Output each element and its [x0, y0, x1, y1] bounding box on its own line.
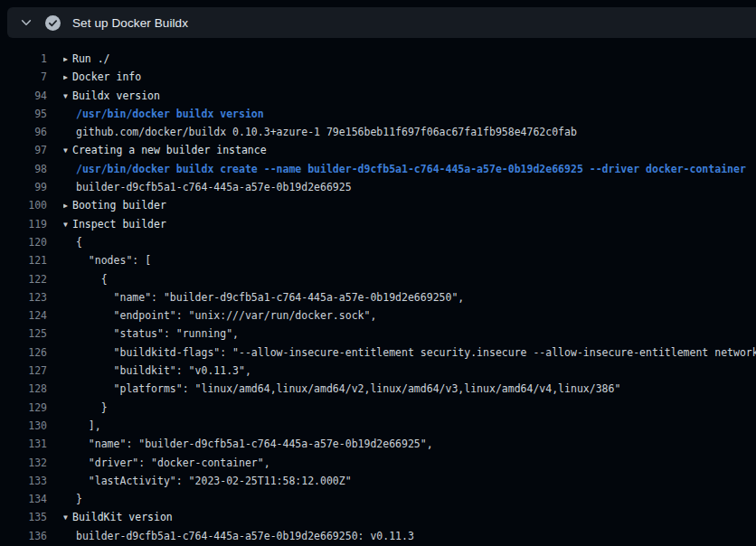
log-row: 96github.com/docker/buildx 0.10.3+azure-… — [0, 123, 756, 141]
line-number[interactable]: 128 — [7, 380, 47, 398]
line-content: { — [63, 233, 82, 251]
log-group-row[interactable]: 94▼Buildx version — [0, 87, 756, 105]
log-row: 124 "endpoint": "unix:///var/run/docker.… — [0, 306, 756, 325]
output-text: "name": "builder-d9cfb5a1-c764-445a-a57e… — [76, 291, 464, 304]
group-title: Buildx version — [72, 89, 160, 102]
line-number[interactable]: 130 — [7, 417, 47, 435]
line-content: ▼BuildKit version — [63, 508, 173, 526]
log-row: 128 "platforms": "linux/amd64,linux/amd6… — [0, 380, 756, 398]
line-number[interactable]: 121 — [7, 251, 47, 269]
output-text: "status": "running", — [76, 327, 239, 340]
line-content: "driver": "docker-container", — [63, 454, 270, 472]
line-content: } — [63, 399, 108, 417]
log-row: 122 { — [0, 270, 756, 288]
log-row: 132 "driver": "docker-container", — [0, 454, 756, 472]
output-text: } — [76, 493, 82, 505]
group-title: Creating a new builder instance — [72, 144, 267, 156]
line-number[interactable]: 135 — [7, 508, 47, 526]
line-number[interactable]: 129 — [7, 399, 47, 417]
line-content: "buildkitd-flags": "--allow-insecure-ent… — [63, 344, 756, 362]
line-content: "lastActivity": "2023-02-25T11:58:12.000… — [63, 472, 352, 490]
line-content: } — [63, 490, 82, 508]
line-content: ▶Run ./ — [63, 50, 110, 68]
line-number[interactable]: 126 — [7, 344, 47, 362]
output-text: "driver": "docker-container", — [76, 457, 270, 469]
step-header[interactable]: Set up Docker Buildx — [7, 7, 756, 38]
log-row: 126 "buildkitd-flags": "--allow-insecure… — [0, 344, 756, 362]
log-row: 130 ], — [0, 417, 756, 435]
output-text: } — [76, 401, 108, 414]
group-title: Booting builder — [72, 199, 166, 212]
line-number[interactable]: 99 — [7, 178, 47, 196]
line-number[interactable]: 1 — [7, 50, 47, 68]
group-title: Run ./ — [72, 52, 110, 65]
line-number[interactable]: 94 — [7, 87, 47, 105]
triangle-down-icon[interactable]: ▼ — [63, 509, 72, 526]
output-text: "name": "builder-d9cfb5a1-c764-445a-a57e… — [76, 438, 433, 450]
log-row: 129 } — [0, 399, 756, 417]
line-number[interactable]: 119 — [7, 215, 47, 233]
line-number[interactable]: 123 — [7, 288, 47, 306]
line-number[interactable]: 134 — [7, 490, 47, 508]
line-number[interactable]: 120 — [7, 233, 47, 251]
line-content: builder-d9cfb5a1-c764-445a-a57e-0b19d2e6… — [63, 527, 414, 545]
log-group-row[interactable]: 97▼Creating a new builder instance — [0, 141, 756, 159]
line-content: builder-d9cfb5a1-c764-445a-a57e-0b19d2e6… — [63, 178, 352, 196]
log-group-row[interactable]: 119▼Inspect builder — [0, 215, 756, 233]
line-number[interactable]: 136 — [7, 527, 47, 545]
line-content: github.com/docker/buildx 0.10.3+azure-1 … — [63, 123, 577, 141]
line-content: "platforms": "linux/amd64,linux/amd64/v2… — [63, 380, 620, 398]
log-row: 125 "status": "running", — [0, 325, 756, 343]
line-number[interactable]: 100 — [7, 196, 47, 214]
output-text: github.com/docker/buildx 0.10.3+azure-1 … — [76, 126, 577, 138]
triangle-down-icon[interactable]: ▼ — [63, 216, 72, 233]
group-title: BuildKit version — [72, 511, 173, 523]
line-number[interactable]: 96 — [7, 123, 47, 141]
triangle-down-icon[interactable]: ▼ — [63, 88, 72, 105]
line-number[interactable]: 7 — [7, 68, 47, 86]
log-row: 131 "name": "builder-d9cfb5a1-c764-445a-… — [0, 435, 756, 453]
log-lines: 1▶Run ./7▶Docker info94▼Buildx version95… — [0, 38, 756, 546]
step-title: Set up Docker Buildx — [72, 16, 188, 30]
output-text: "platforms": "linux/amd64,linux/amd64/v2… — [76, 382, 620, 395]
log-group-row[interactable]: 135▼BuildKit version — [0, 508, 756, 526]
log-group-row[interactable]: 100▶Booting builder — [0, 196, 756, 214]
line-number[interactable]: 122 — [7, 270, 47, 288]
line-content: /usr/bin/docker buildx version — [63, 105, 264, 123]
output-text: "buildkit": "v0.11.3", — [76, 364, 251, 377]
triangle-down-icon[interactable]: ▼ — [63, 142, 72, 159]
log-row: 123 "name": "builder-d9cfb5a1-c764-445a-… — [0, 288, 756, 306]
output-text: builder-d9cfb5a1-c764-445a-a57e-0b19d2e6… — [76, 181, 352, 193]
chevron-down-icon[interactable] — [18, 14, 34, 31]
group-title: Docker info — [72, 71, 141, 83]
log-row: 134} — [0, 490, 756, 508]
line-number[interactable]: 97 — [7, 141, 47, 159]
triangle-right-icon[interactable]: ▶ — [63, 69, 72, 86]
log-group-row[interactable]: 1▶Run ./ — [0, 50, 756, 68]
output-text: { — [76, 236, 82, 249]
line-number[interactable]: 124 — [7, 306, 47, 325]
line-number[interactable]: 133 — [7, 472, 47, 490]
line-content: ▶Docker info — [63, 68, 141, 86]
command-text: /usr/bin/docker buildx create --name bui… — [76, 163, 746, 175]
line-content: ], — [63, 417, 101, 435]
log-row: 95/usr/bin/docker buildx version — [0, 105, 756, 123]
output-text: builder-d9cfb5a1-c764-445a-a57e-0b19d2e6… — [76, 530, 414, 542]
line-number[interactable]: 95 — [7, 105, 47, 123]
line-number[interactable]: 131 — [7, 435, 47, 453]
log-group-row[interactable]: 7▶Docker info — [0, 68, 756, 86]
line-number[interactable]: 132 — [7, 454, 47, 472]
output-text: "lastActivity": "2023-02-25T11:58:12.000… — [76, 475, 352, 487]
group-title: Inspect builder — [72, 218, 166, 231]
log-row: 127 "buildkit": "v0.11.3", — [0, 362, 756, 380]
log-row: 98/usr/bin/docker buildx create --name b… — [0, 160, 756, 178]
log-row: 120{ — [0, 233, 756, 251]
line-content: "name": "builder-d9cfb5a1-c764-445a-a57e… — [63, 435, 433, 453]
line-number[interactable]: 127 — [7, 362, 47, 380]
log-row: 99builder-d9cfb5a1-c764-445a-a57e-0b19d2… — [0, 178, 756, 196]
triangle-right-icon[interactable]: ▶ — [63, 51, 72, 68]
output-text: "endpoint": "unix:///var/run/docker.sock… — [76, 309, 376, 322]
line-number[interactable]: 125 — [7, 325, 47, 343]
triangle-right-icon[interactable]: ▶ — [63, 197, 72, 214]
line-number[interactable]: 98 — [7, 160, 47, 178]
